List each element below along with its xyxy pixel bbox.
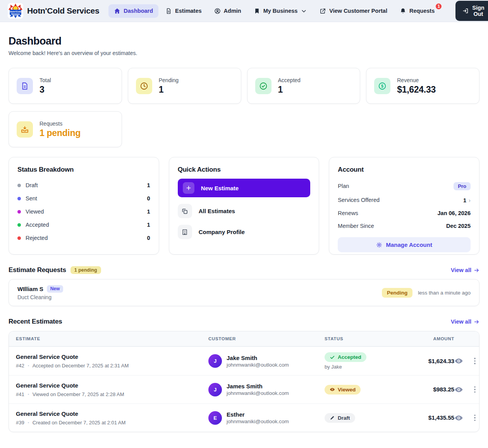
status-dot bbox=[17, 236, 21, 240]
row-menu-button[interactable] bbox=[473, 413, 477, 423]
estimate-number: #39 bbox=[16, 420, 24, 426]
avatar: J bbox=[208, 354, 222, 368]
table-row[interactable]: General Service Quote #39 Created on Dec… bbox=[9, 403, 479, 432]
estimate-requests-header: Estimate Requests 1 pending View all bbox=[9, 266, 479, 274]
stat-card-total: Total 3 bbox=[9, 68, 122, 104]
row-menu-button[interactable] bbox=[473, 385, 477, 395]
status-row-sent: Sent 0 bbox=[17, 192, 150, 205]
section-title: Estimate Requests bbox=[9, 266, 66, 274]
svg-text:$: $ bbox=[381, 83, 383, 88]
document-icon bbox=[17, 78, 33, 94]
avatar: E bbox=[208, 411, 222, 425]
estimate-amount: $1,435.55 bbox=[412, 414, 454, 421]
view-estimate-button[interactable] bbox=[454, 414, 463, 422]
stats-row: Total 3 Pending 1 Accepted 1 $ bbox=[9, 68, 479, 104]
new-badge: New bbox=[47, 285, 64, 293]
panel-title: Status Breakdown bbox=[17, 166, 150, 174]
column-header-estimate: ESTIMATE bbox=[16, 336, 208, 341]
pencil-icon bbox=[330, 415, 335, 420]
account-panel: Account Plan Pro Services Offered 1› Ren… bbox=[329, 157, 479, 255]
quick-actions-panel: Quick Actions New Estimate All Estimates… bbox=[169, 157, 320, 255]
panels-row: Status Breakdown Draft 1 Sent 0 Viewed 1… bbox=[9, 157, 479, 255]
estimate-detail: Accepted on December 7, 2025 at 2:31 AM bbox=[33, 363, 129, 369]
estimates-table: ESTIMATE CUSTOMER STATUS AMOUNT General … bbox=[9, 331, 479, 432]
stat-label: Pending bbox=[159, 77, 179, 83]
request-service: Duct Cleaning bbox=[17, 294, 63, 300]
bell-icon bbox=[400, 8, 406, 14]
view-estimate-button[interactable] bbox=[454, 357, 463, 365]
customer-name: Jake Smith bbox=[227, 355, 289, 361]
stat-value: 3 bbox=[40, 84, 51, 95]
plan-badge: Pro bbox=[454, 182, 471, 190]
estimate-title: General Service Quote bbox=[16, 410, 208, 417]
inbox-download-icon bbox=[17, 121, 33, 138]
status-row-rejected: Rejected 0 bbox=[17, 231, 150, 245]
table-header: ESTIMATE CUSTOMER STATUS AMOUNT bbox=[9, 331, 479, 346]
account-row-plan: Plan Pro bbox=[338, 179, 471, 193]
dot-separator bbox=[28, 422, 29, 423]
stat-label: Accepted bbox=[278, 77, 301, 83]
person-circle-icon bbox=[214, 8, 221, 14]
nav-view-customer-portal[interactable]: View Customer Portal bbox=[314, 4, 393, 18]
view-estimate-button[interactable] bbox=[454, 385, 463, 394]
account-row-member-since: Member Since Dec 2025 bbox=[338, 219, 471, 232]
all-estimates-button[interactable]: All Estimates bbox=[178, 204, 311, 218]
stat-card-revenue: $ Revenue $1,624.33 bbox=[366, 68, 479, 104]
column-header-status: STATUS bbox=[325, 336, 412, 341]
eye-icon bbox=[330, 387, 335, 392]
estimate-title: General Service Quote bbox=[16, 353, 208, 360]
nav-requests[interactable]: Requests 1 bbox=[394, 4, 440, 18]
svg-text:Services: Services bbox=[11, 13, 20, 15]
estimate-request-row[interactable]: WIlliam S New Duct Cleaning Pending less… bbox=[9, 279, 479, 306]
status-row-accepted: Accepted 1 bbox=[17, 218, 150, 231]
stat-label: Revenue bbox=[397, 77, 436, 83]
copy-icon bbox=[178, 204, 192, 218]
chevron-down-icon bbox=[301, 8, 307, 14]
account-row-services[interactable]: Services Offered 1› bbox=[338, 193, 471, 207]
arrow-right-icon bbox=[474, 319, 479, 325]
gear-icon bbox=[376, 242, 382, 248]
arrow-right-icon bbox=[474, 267, 479, 273]
chevron-right-icon: › bbox=[469, 197, 471, 203]
status-dot bbox=[17, 184, 21, 187]
new-estimate-button[interactable]: New Estimate bbox=[178, 179, 311, 197]
brand-title: Hotn'Cold Services bbox=[27, 6, 99, 16]
manage-account-button[interactable]: Manage Account bbox=[338, 237, 471, 252]
page-subtitle: Welcome back! Here's an overview of your… bbox=[9, 50, 479, 56]
nav-admin[interactable]: Admin bbox=[209, 4, 247, 18]
view-all-requests-link[interactable]: View all bbox=[451, 267, 479, 273]
view-all-estimates-link[interactable]: View all bbox=[451, 319, 479, 325]
section-title: Recent Estimates bbox=[9, 318, 62, 326]
company-profile-button[interactable]: Company Profile bbox=[178, 225, 311, 239]
top-navbar: Hotn'Cold Services Hotn'Cold Services Da… bbox=[0, 0, 488, 22]
nav-my-business[interactable]: My Business bbox=[248, 4, 313, 18]
plus-icon bbox=[183, 182, 194, 194]
stat-value: $1,624.33 bbox=[397, 84, 436, 95]
stat-label: Total bbox=[40, 77, 51, 83]
stat-value: 1 bbox=[159, 84, 179, 95]
customer-name: Esther bbox=[227, 411, 289, 418]
stat-label: Requests bbox=[40, 121, 81, 127]
estimate-amount: $983.25 bbox=[412, 386, 454, 393]
nav-dashboard[interactable]: Dashboard bbox=[108, 4, 158, 18]
main-content: Dashboard Welcome back! Here's an overvi… bbox=[0, 35, 488, 432]
requests-count-badge: 1 bbox=[435, 3, 442, 10]
row-menu-button[interactable] bbox=[473, 356, 477, 366]
panel-title: Quick Actions bbox=[178, 166, 311, 174]
check-icon bbox=[330, 355, 335, 360]
table-row[interactable]: General Service Quote #42 Accepted on De… bbox=[9, 346, 479, 375]
nav-estimates[interactable]: Estimates bbox=[160, 4, 207, 18]
estimate-detail: Created on December 7, 2025 at 2:01 AM bbox=[33, 420, 126, 426]
external-link-icon bbox=[320, 8, 326, 14]
pending-count-chip: 1 pending bbox=[70, 266, 101, 274]
stat-value: 1 bbox=[278, 84, 301, 95]
table-row[interactable]: General Service Quote #41 Viewed on Dece… bbox=[9, 375, 479, 403]
check-circle-icon bbox=[255, 78, 271, 94]
sign-out-button[interactable]: Sign Out bbox=[455, 1, 488, 21]
status-note: by Jake bbox=[325, 364, 412, 370]
dot-separator bbox=[28, 394, 29, 395]
estimate-detail: Viewed on December 7, 2025 at 2:28 AM bbox=[33, 391, 124, 397]
status-dot bbox=[17, 210, 21, 214]
status-dot bbox=[17, 197, 21, 200]
home-icon bbox=[114, 8, 120, 14]
